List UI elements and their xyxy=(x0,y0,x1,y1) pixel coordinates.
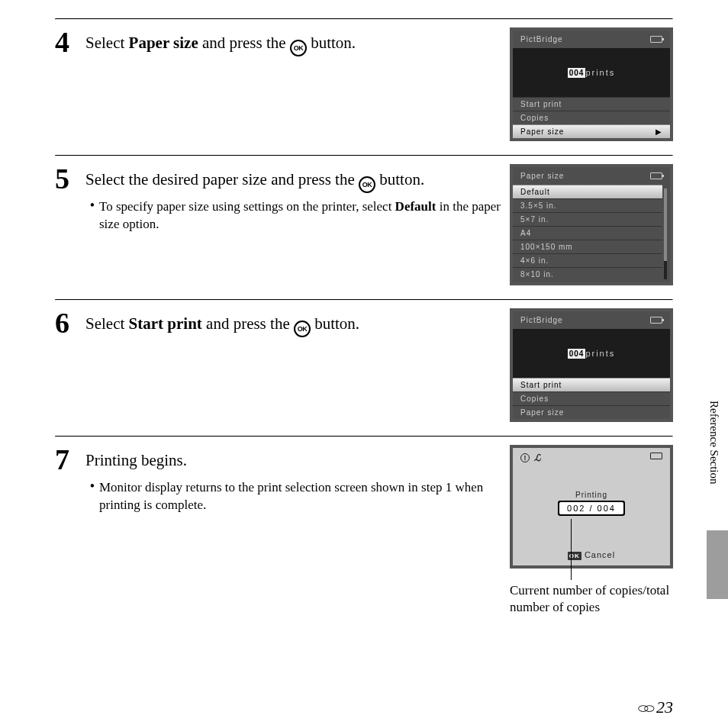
step-5: 5 Select the desired paper size and pres… xyxy=(55,156,673,299)
page-number: ⬭⬭ 23 xyxy=(638,697,673,717)
pictbridge-icon: ℒ xyxy=(534,453,541,463)
ok-icon: OK xyxy=(290,40,307,56)
print-count: 004 xyxy=(568,68,586,78)
menu-item: 8×10 in. xyxy=(513,267,662,281)
step-number: 6 xyxy=(55,308,85,337)
side-tab-marker xyxy=(707,530,728,599)
arrow-right-icon: ▶ xyxy=(656,127,662,136)
menu-item: Copies xyxy=(513,111,670,124)
battery-icon xyxy=(650,172,662,179)
ok-icon: OK xyxy=(294,321,311,337)
bullet-item: • To specify paper size using settings o… xyxy=(85,198,504,234)
battery-icon xyxy=(650,453,662,459)
side-tab: Reference Section xyxy=(707,401,728,538)
step-body: Select the desired paper size and press … xyxy=(85,164,510,234)
menu-item: 3.5×5 in. xyxy=(513,198,662,212)
step-title: Select the desired paper size and press … xyxy=(85,169,504,191)
side-label: Reference Section xyxy=(707,401,728,538)
camera-screen-pictbridge: PictBridge 004prints Start print Copies … xyxy=(510,27,673,141)
print-count: 004 xyxy=(568,349,586,359)
step-title: Select Start print and press the OK butt… xyxy=(85,313,504,335)
menu-item: A4 xyxy=(513,226,662,240)
step-number: 5 xyxy=(55,164,85,193)
print-counter: 002 / 004 xyxy=(559,501,624,515)
camera-screen-printing: ! ℒ Printing 002 / 004 OK Cancel xyxy=(510,445,673,569)
scrollbar xyxy=(664,188,667,279)
cancel-hint: OK Cancel xyxy=(513,550,670,559)
menu-item: Start print xyxy=(513,97,670,111)
step-7: 7 Printing begins. • Monitor display ret… xyxy=(55,437,673,616)
battery-icon xyxy=(650,36,662,43)
reference-icon: ⬭⬭ xyxy=(638,701,650,715)
info-icon: ! xyxy=(520,453,530,462)
step-body: Select Start print and press the OK butt… xyxy=(85,308,510,335)
menu-item-selected: Paper size▶ xyxy=(513,124,670,138)
ok-icon: OK xyxy=(359,176,375,193)
step-number: 4 xyxy=(55,27,85,56)
menu-item: 5×7 in. xyxy=(513,212,662,226)
step-title: Printing begins. xyxy=(85,449,504,472)
caption: Current number of copies/total number of… xyxy=(510,582,673,616)
menu-item: Paper size xyxy=(513,405,670,419)
menu-list: Start print Copies Paper size▶ xyxy=(513,97,670,138)
callout-line xyxy=(571,519,572,580)
screen-title: PictBridge xyxy=(520,316,563,324)
step-number: 7 xyxy=(55,445,85,474)
step-body: Select Paper size and press the OK butto… xyxy=(85,27,510,54)
camera-screen-startprint: PictBridge 004prints Start print Copies … xyxy=(510,308,673,422)
menu-item: 100×150 mm xyxy=(513,240,662,253)
screen-title: Paper size xyxy=(520,172,564,180)
camera-screen-papersize: Paper size Default 3.5×5 in. 5×7 in. A4 … xyxy=(510,164,673,285)
step-title: Select Paper size and press the OK butto… xyxy=(85,32,504,54)
printing-label: Printing xyxy=(513,491,670,499)
screen-title: PictBridge xyxy=(520,35,563,43)
menu-item-selected: Default xyxy=(513,185,662,198)
step-body: Printing begins. • Monitor display retur… xyxy=(85,445,510,514)
step-6: 6 Select Start print and press the OK bu… xyxy=(55,301,673,436)
bullet-item: • Monitor display returns to the print s… xyxy=(85,479,504,514)
menu-item-selected: Start print xyxy=(513,378,670,391)
menu-item: 4×6 in. xyxy=(513,253,662,267)
step-4: 4 Select Paper size and press the OK but… xyxy=(55,20,673,155)
ok-icon: OK xyxy=(568,552,581,560)
menu-item: Copies xyxy=(513,391,670,405)
battery-icon xyxy=(650,317,662,324)
